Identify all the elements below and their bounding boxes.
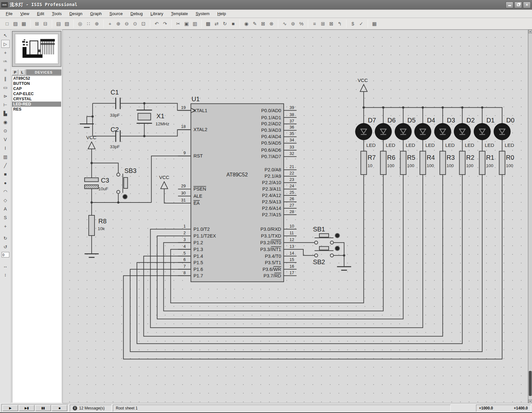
resistor-r4[interactable] [420, 151, 426, 175]
led-d6[interactable] [375, 123, 392, 140]
pan-button[interactable]: + [106, 20, 114, 28]
menu-tools[interactable]: Tools [48, 10, 65, 17]
subcircuit-mode-button[interactable]: ▭ [1, 83, 10, 91]
selector-tool-button[interactable]: ↖ [1, 31, 10, 39]
mark-output-area-button[interactable]: ▧ [63, 20, 71, 28]
origin-button[interactable]: ⊕ [93, 20, 101, 28]
design-explorer-button[interactable]: ≡ [310, 20, 319, 28]
menu-library[interactable]: Library [147, 10, 167, 17]
wire-autorouter-button[interactable]: ∿ [280, 20, 289, 28]
menu-edit[interactable]: Edit [33, 10, 48, 17]
restore-button[interactable] [514, 2, 522, 8]
device-item[interactable]: CRYSTAL [12, 96, 61, 102]
2d-line-mode-button[interactable]: ╱ [1, 161, 10, 169]
resistor-r5[interactable] [400, 151, 406, 175]
generator-mode-button[interactable]: ⊙ [1, 127, 10, 135]
menu-graph[interactable]: Graph [86, 10, 105, 17]
library-manager-button[interactable]: L [19, 69, 25, 75]
graph-mode-button[interactable]: ▙ [1, 109, 10, 117]
button-knob-icon[interactable] [123, 194, 127, 199]
sb2-wire[interactable] [297, 249, 315, 256]
crystal-ground-wire[interactable] [87, 117, 93, 124]
copy-button[interactable]: ▣ [182, 20, 191, 28]
pause-button[interactable]: ▮▮ [35, 405, 51, 411]
stop-button[interactable]: ■ [52, 405, 67, 411]
toggle-grid-button[interactable]: ∷ [84, 20, 93, 28]
make-device-button[interactable]: ✎ [251, 20, 259, 28]
rotate-clockwise-button[interactable]: ↻ [1, 234, 10, 242]
2d-symbol-mode-button[interactable]: S [1, 213, 10, 221]
block-move-button[interactable]: ⇄ [212, 20, 221, 28]
resistor-r0[interactable] [499, 151, 505, 175]
scrollbar-thumb[interactable] [529, 371, 532, 396]
capacitor-c1[interactable] [116, 98, 120, 109]
schematic-drawing[interactable]: U1AT89C5219XTAL118XTAL29RST29PSEN30ALE31… [63, 30, 528, 403]
menu-template[interactable]: Template [167, 10, 192, 17]
voltage-probe-mode-button[interactable]: V [1, 135, 10, 143]
2d-box-mode-button[interactable]: ■ [1, 170, 10, 178]
menu-help[interactable]: Help [214, 10, 230, 17]
packaging-tool-button[interactable]: ⊠ [259, 20, 267, 28]
redo-button[interactable]: ↷ [161, 20, 169, 28]
2d-marker-mode-button[interactable]: + [1, 222, 10, 230]
rotation-angle-input[interactable] [2, 252, 9, 257]
led-d3[interactable] [434, 123, 451, 140]
menu-system[interactable]: System [192, 10, 213, 17]
terminals-mode-button[interactable]: ⊳ [1, 92, 10, 100]
pick-device-button[interactable]: ◉ [242, 20, 251, 28]
resistor-r6[interactable] [381, 151, 386, 175]
message-cell[interactable]: i 12 Message(s) [70, 405, 112, 412]
capacitor-c3[interactable] [85, 178, 98, 189]
print-button[interactable]: ▤ [54, 20, 63, 28]
pick-devices-button[interactable]: P [12, 69, 18, 75]
device-item[interactable]: CAP-ELEC [12, 91, 61, 96]
2d-arc-mode-button[interactable]: ◠ [1, 187, 10, 195]
2d-path-mode-button[interactable]: ◇ [1, 196, 10, 204]
led-d2[interactable] [454, 123, 471, 140]
search-tag-button[interactable]: ⊚ [289, 20, 297, 28]
mirror-horizontal-button[interactable]: ↔ [1, 262, 10, 270]
rotate-anticlockwise-button[interactable]: ↺ [1, 243, 10, 251]
block-copy-button[interactable]: ▩ [204, 20, 212, 28]
open-design-button[interactable]: ▨ [11, 20, 20, 28]
led-d1[interactable] [474, 123, 491, 140]
resistor-r8[interactable] [89, 215, 95, 236]
2d-circle-mode-button[interactable]: ● [1, 179, 10, 187]
led-d5[interactable] [395, 123, 412, 140]
xtal2-wire[interactable] [93, 130, 191, 136]
decompose-button[interactable]: ⊗ [267, 20, 276, 28]
resistor-r2[interactable] [459, 151, 465, 175]
buses-mode-button[interactable]: ∥ [1, 75, 10, 83]
block-rotate-button[interactable]: ↻ [221, 20, 229, 28]
resistor-r7[interactable] [361, 151, 367, 175]
import-section-button[interactable]: ⊞ [33, 20, 41, 28]
minimize-button[interactable] [506, 2, 513, 8]
virtual-instruments-mode-button[interactable]: ▥ [1, 153, 10, 161]
2d-text-mode-button[interactable]: A [1, 205, 10, 213]
goto-sheet-button[interactable]: ↰ [335, 20, 344, 28]
junction-dot-mode-button[interactable]: + [1, 49, 10, 57]
zoom-in-button[interactable]: ⊕ [114, 20, 123, 28]
resistor-r3[interactable] [440, 151, 445, 175]
vertical-scrollbar[interactable]: ▲ ▼ [528, 30, 532, 403]
p1-led-loop-wire[interactable] [124, 175, 502, 359]
menu-view[interactable]: View [16, 10, 33, 17]
overview-window[interactable] [12, 31, 61, 67]
zoom-out-button[interactable]: ⊖ [123, 20, 131, 28]
menu-debug[interactable]: Debug [127, 10, 147, 17]
property-assignment-button[interactable]: % [297, 20, 306, 28]
led-d7[interactable] [355, 123, 372, 140]
device-pins-mode-button[interactable]: ⊢ [1, 101, 10, 109]
current-probe-mode-button[interactable]: I [1, 144, 10, 152]
crystal-circuit[interactable] [116, 98, 152, 142]
block-delete-button[interactable]: ■ [229, 20, 237, 28]
paste-button[interactable]: ▥ [191, 20, 199, 28]
crystal-x1[interactable] [138, 113, 151, 120]
editing-canvas[interactable]: U1AT89C5219XTAL118XTAL29RST29PSEN30ALE31… [62, 30, 528, 403]
netlist-to-ares-button[interactable]: ▦ [370, 20, 379, 28]
scroll-down-arrow-icon[interactable]: ▼ [528, 400, 532, 403]
resistor-r1[interactable] [479, 151, 485, 175]
new-sheet-button[interactable]: ⊞ [319, 20, 327, 28]
button-knob-icon[interactable] [335, 233, 340, 238]
undo-button[interactable]: ↶ [152, 20, 161, 28]
